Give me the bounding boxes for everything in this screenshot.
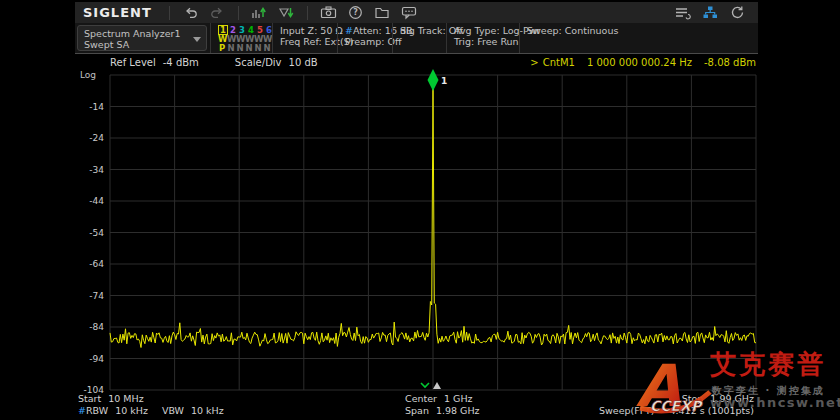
peak-search-icon[interactable] — [251, 4, 268, 21]
top-toolbar: SIGLENT ? — [75, 2, 758, 23]
marker-1-label: 1 — [441, 76, 447, 86]
toolbar-divider — [169, 6, 170, 20]
marker-frequency: 1 000 000 000.24 Hz — [587, 57, 692, 68]
ref-level-value: -4 dBm — [163, 57, 199, 68]
input-z-value: Input Z: 50 Ω — [280, 25, 343, 36]
siglent-logo: SIGLENT — [83, 5, 152, 20]
scale-div-value: 10 dB — [289, 57, 318, 68]
help-icon[interactable]: ? — [347, 4, 364, 21]
param-cell-avg-trig[interactable]: Avg Type: Log-Pwr Trig: Free Run — [446, 23, 519, 53]
mode-selector[interactable]: Spectrum Analyzer1 Swept SA — [77, 25, 207, 51]
marker-name: CntM1 — [543, 57, 575, 68]
start-freq[interactable]: Start10 MHz — [78, 393, 144, 404]
instrument-screen: SIGLENT ? — [75, 0, 758, 420]
center-freq[interactable]: Center1 GHz — [405, 393, 473, 404]
atten-hash: # — [345, 25, 353, 36]
spectrum-display: 1 — [110, 75, 756, 390]
screenshot-icon[interactable] — [320, 4, 337, 21]
param-cell-input[interactable]: Input Z: 50 Ω Freq Ref: Ext(S) — [272, 23, 337, 53]
chevron-down-icon — [193, 37, 201, 42]
param-cell-atten[interactable]: #Atten: 16 dB Preamp: Off — [337, 23, 392, 53]
sweep-time-readout[interactable]: Sweep(FFT)~4.412 s (1001pts) — [599, 405, 754, 416]
marker-1-diamond[interactable] — [428, 69, 439, 91]
param-cell-sigtrack[interactable]: Sig Track: Off — [392, 23, 446, 53]
ref-level-label: Ref Level — [110, 57, 156, 68]
parameter-bar: Spectrum Analyzer1 Swept SA 123456 WWWWW… — [75, 23, 758, 54]
toolbar-divider — [238, 6, 239, 20]
stop-freq[interactable]: Stop1.99 GHz — [682, 393, 754, 404]
trace-state-row: PNNNNN — [218, 44, 272, 53]
trace-status-table[interactable]: 123456 WWWWWW PNNNNN — [210, 23, 272, 53]
toolbar-divider — [307, 6, 308, 20]
mode-subtitle: Swept SA — [84, 39, 192, 50]
undo-icon[interactable] — [182, 4, 199, 21]
menu-icon[interactable] — [674, 4, 691, 21]
param-cell-sweep[interactable]: Sweep: Continuous — [519, 23, 589, 53]
svg-text:?: ? — [353, 8, 358, 17]
lan-icon[interactable] — [701, 4, 718, 21]
rbw-vbw-readout[interactable]: #RBW10 kHzVBW10 kHz — [78, 405, 224, 416]
frequency-row-1: Start10 MHz Center1 GHz Stop1.99 GHz — [78, 393, 756, 405]
center-frequency-indicator-icon — [433, 382, 441, 389]
marker-position-indicator-icon — [421, 383, 429, 387]
message-icon[interactable] — [401, 4, 418, 21]
sweep-mode-value: Sweep: Continuous — [527, 25, 618, 36]
frequency-row-2: #RBW10 kHzVBW10 kHz Span1.98 GHz Sweep(F… — [78, 405, 756, 417]
marker-arrow: > — [530, 57, 538, 68]
screenshot-root: { "window": { "brand": "SIGLENT" }, "too… — [0, 0, 840, 420]
redo-icon[interactable] — [209, 4, 226, 21]
trig-value: Trig: Free Run — [454, 36, 519, 47]
span-readout[interactable]: Span1.98 GHz — [405, 405, 480, 416]
amplitude-readout[interactable]: Ref Level-4 dBmScale/Div10 dB — [110, 57, 318, 68]
marker-readout: >CntM11 000 000 000.24 Hz-8.08 dBm — [530, 57, 756, 68]
scale-div-label: Scale/Div — [235, 57, 282, 68]
file-icon[interactable] — [374, 4, 391, 21]
min-search-icon[interactable] — [278, 4, 295, 21]
y-axis-tick-labels: -14-24-34-44-54-64-74-84-94-104 — [75, 75, 106, 390]
mode-title: Spectrum Analyzer1 — [84, 28, 192, 39]
marker-amplitude: -8.08 dBm — [704, 57, 756, 68]
preset-icon[interactable] — [728, 4, 745, 21]
